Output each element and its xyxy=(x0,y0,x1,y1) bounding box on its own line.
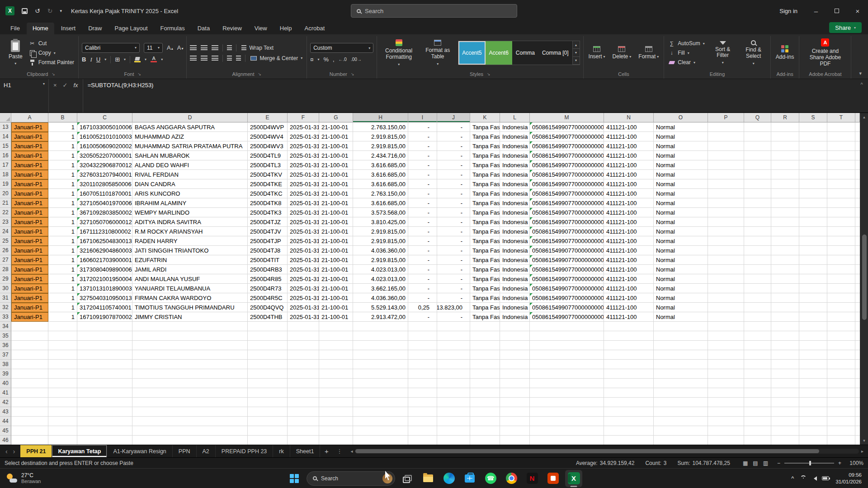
cell[interactable]: 0508615499077000000000 xyxy=(530,312,604,322)
format-painter-button[interactable]: Format Painter xyxy=(28,59,75,66)
cell[interactable] xyxy=(771,407,799,417)
cell[interactable]: Tanpa Fas xyxy=(470,179,500,189)
cell-amount[interactable]: 2.913.472,00 xyxy=(353,312,408,322)
cell[interactable] xyxy=(11,417,48,426)
italic-button[interactable]: I xyxy=(90,56,92,63)
cell[interactable]: 2025-01-31 xyxy=(288,179,319,189)
cell[interactable] xyxy=(708,141,744,151)
cell[interactable] xyxy=(654,426,708,436)
copy-button[interactable]: Copy▾ xyxy=(28,49,75,56)
cell[interactable] xyxy=(530,407,604,417)
cell[interactable]: 21-100-01 xyxy=(319,274,353,284)
column-header[interactable]: I xyxy=(408,113,437,122)
selection-stat[interactable]: Sum:104.787.478,25 xyxy=(678,460,730,466)
cell[interactable] xyxy=(827,132,855,141)
cell[interactable] xyxy=(77,322,132,331)
cell[interactable]: 1 xyxy=(48,284,77,293)
cell[interactable] xyxy=(771,379,799,388)
cell[interactable]: 411121-100 xyxy=(604,189,654,198)
cell[interactable] xyxy=(132,379,248,388)
cell[interactable] xyxy=(604,417,654,426)
cell[interactable]: Indonesia xyxy=(500,265,530,274)
cell-name[interactable]: RADEN HARRY xyxy=(132,236,248,246)
cell[interactable]: 0508615499077000000000 xyxy=(530,151,604,160)
cell[interactable]: 1 xyxy=(48,189,77,198)
column-header[interactable]: F xyxy=(288,113,319,122)
cell[interactable] xyxy=(319,417,353,426)
row-header[interactable]: 14 xyxy=(0,132,11,141)
cell[interactable] xyxy=(470,350,500,360)
row-header[interactable]: 23 xyxy=(0,217,11,227)
cell[interactable]: - xyxy=(437,236,470,246)
cell[interactable]: 2025-01-31 xyxy=(288,189,319,198)
row-header[interactable]: 46 xyxy=(0,436,11,445)
cell[interactable]: 0508615499077000000000 xyxy=(530,160,604,170)
cell-style-option[interactable]: Accent5 xyxy=(458,41,485,65)
cell[interactable] xyxy=(288,379,319,388)
cell[interactable] xyxy=(827,265,855,274)
cell[interactable] xyxy=(744,407,771,417)
cell[interactable] xyxy=(799,341,827,350)
cell[interactable]: Tanpa Fas xyxy=(470,303,500,312)
autosum-button[interactable]: ∑AutoSum▾ xyxy=(667,40,705,47)
cell[interactable] xyxy=(248,369,288,379)
cell[interactable] xyxy=(530,341,604,350)
cell[interactable] xyxy=(319,331,353,341)
bold-button[interactable]: B xyxy=(82,56,86,63)
cell[interactable] xyxy=(248,322,288,331)
cell[interactable] xyxy=(799,322,827,331)
cell[interactable]: Indonesia xyxy=(500,312,530,322)
cell[interactable] xyxy=(708,303,744,312)
cell[interactable]: Indonesia xyxy=(500,255,530,265)
cell[interactable]: 1 xyxy=(48,227,77,236)
cell[interactable]: 2500D4R85 xyxy=(248,274,288,284)
column-header[interactable]: P xyxy=(708,113,744,122)
cell[interactable]: Indonesia xyxy=(500,151,530,160)
cell-name[interactable]: JIMMY CRISTIAN xyxy=(132,312,248,322)
conditional-formatting-button[interactable]: Conditional Formatting ▾ xyxy=(380,38,417,67)
cancel-icon[interactable]: × xyxy=(53,82,57,89)
row-header[interactable]: 17 xyxy=(0,160,11,170)
cell[interactable] xyxy=(470,436,500,445)
cell[interactable]: Indonesia xyxy=(500,227,530,236)
excel-taskbar-button[interactable]: X xyxy=(565,470,582,487)
row-header[interactable]: 37 xyxy=(0,350,11,360)
cell[interactable] xyxy=(827,217,855,227)
cell[interactable] xyxy=(771,132,799,141)
cell-npwp[interactable]: 3276031207940001 xyxy=(77,170,132,179)
cell-amount[interactable]: 3.616.685,00 xyxy=(353,179,408,189)
cell[interactable] xyxy=(437,331,470,341)
cell[interactable] xyxy=(319,379,353,388)
cell-npwp[interactable]: 3271050706000012 xyxy=(77,217,132,227)
cell[interactable]: 411121-100 xyxy=(604,217,654,227)
cell[interactable] xyxy=(470,341,500,350)
cell[interactable] xyxy=(744,151,771,160)
cell-periode[interactable]: Januari-P1 xyxy=(11,303,48,312)
cell[interactable]: Indonesia xyxy=(500,141,530,151)
align-right-icon[interactable] xyxy=(212,56,218,61)
cell-amount[interactable]: 3.616.685,00 xyxy=(353,160,408,170)
cell[interactable] xyxy=(771,189,799,198)
cell[interactable] xyxy=(48,388,77,398)
cell[interactable]: 21-100-01 xyxy=(319,132,353,141)
cell[interactable] xyxy=(408,369,437,379)
cell-periode[interactable]: Januari-P1 xyxy=(11,160,48,170)
cell[interactable]: Normal xyxy=(654,284,708,293)
cell[interactable]: - xyxy=(408,132,437,141)
number-format-select[interactable]: Custom▾ xyxy=(310,43,373,53)
cell[interactable] xyxy=(744,208,771,217)
cell[interactable] xyxy=(319,388,353,398)
cell[interactable]: 2500D4TKV xyxy=(248,170,288,179)
cell[interactable]: Tanpa Fas xyxy=(470,141,500,151)
cell[interactable] xyxy=(744,398,771,407)
cell[interactable] xyxy=(708,179,744,189)
cell-amount[interactable]: 4.023.013,00 xyxy=(353,274,408,284)
cell-npwp[interactable]: 1610052101010003 xyxy=(77,132,132,141)
customize-qat-icon[interactable]: ▾ xyxy=(60,9,62,13)
cell[interactable] xyxy=(500,379,530,388)
cell-name[interactable]: ADITYA INDRA SAVITRA xyxy=(132,217,248,227)
cell[interactable]: 1 xyxy=(48,246,77,255)
create-share-adobe-pdf-button[interactable]: A Create and Share Adobe PDF xyxy=(802,38,848,68)
cell[interactable] xyxy=(77,388,132,398)
cell[interactable] xyxy=(132,417,248,426)
